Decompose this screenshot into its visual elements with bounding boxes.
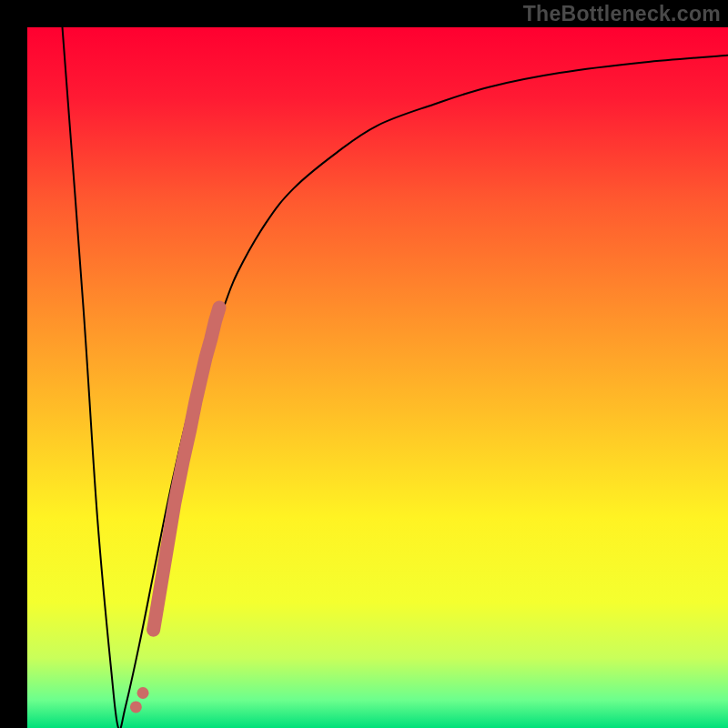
plot-area [27, 27, 728, 728]
gradient-background [27, 27, 728, 728]
watermark-text: TheBottleneck.com [523, 2, 721, 26]
plot-svg [27, 27, 728, 728]
highlight-dot [137, 687, 149, 699]
chart-frame: TheBottleneck.com [0, 0, 728, 728]
highlight-dot [130, 701, 142, 713]
